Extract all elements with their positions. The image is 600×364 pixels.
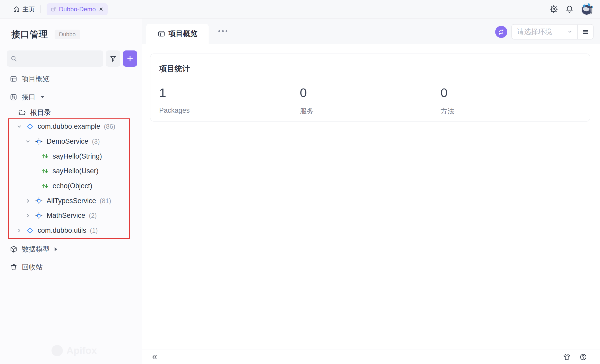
stat-methods: 0 方法: [441, 85, 581, 116]
sidebar-title: 接口管理: [11, 28, 48, 40]
chevron-down-icon[interactable]: [16, 123, 22, 130]
help-button[interactable]: [579, 353, 587, 361]
tree-item-service[interactable]: MathService (2): [9, 208, 129, 223]
tab-strip: 项目概览 请选择环境: [142, 19, 600, 44]
stat-value: 1: [159, 85, 300, 100]
chevron-right-icon[interactable]: [25, 212, 31, 219]
chevron-right-icon[interactable]: [25, 198, 31, 204]
close-icon[interactable]: [98, 6, 104, 12]
service-icon: [35, 197, 43, 205]
menu-icon: [582, 28, 589, 35]
tree-item-label: AllTypesService: [47, 197, 96, 205]
highlight-box: com.dubbo.example (86) DemoService (3) s…: [8, 118, 130, 239]
refresh-icon: [498, 28, 505, 36]
chevron-down-icon[interactable]: [25, 138, 31, 145]
stat-value: 0: [300, 85, 440, 100]
tree-item-label: com.dubbo.utils: [38, 227, 86, 235]
chevron-down-icon: [567, 29, 573, 35]
tree-item-count: (2): [89, 212, 97, 219]
tree-item-label: sayHello(User): [53, 167, 99, 175]
tree-item-label: echo(Object): [53, 182, 92, 190]
sidebar-item-data-models[interactable]: 数据模型: [0, 242, 140, 257]
more-icon: [218, 30, 220, 32]
main-area: 项目概览 请选择环境 项目统计 1: [142, 19, 600, 364]
apifox-watermark: Apifox: [52, 345, 97, 356]
search-box[interactable]: [7, 50, 103, 67]
tree-item-service[interactable]: AllTypesService (81): [9, 193, 129, 208]
package-icon: [26, 123, 34, 131]
environment-menu-button[interactable]: [578, 24, 593, 39]
project-tab-label: Dubbo-Demo: [59, 6, 96, 13]
api-icon: [10, 93, 17, 101]
environment-group: 请选择环境: [511, 24, 594, 39]
service-icon: [35, 137, 43, 146]
stat-value: 0: [441, 85, 581, 100]
sidebar-item-recycle-bin[interactable]: 回收站: [0, 260, 140, 275]
tree-item-package[interactable]: com.dubbo.utils (1): [9, 223, 129, 238]
tree-item-method[interactable]: echo(Object): [9, 179, 129, 194]
help-icon: [579, 353, 587, 361]
home-icon: [13, 6, 20, 13]
stat-packages: 1 Packages: [159, 85, 300, 116]
tree-item-service[interactable]: DemoService (3): [9, 134, 129, 149]
caret-right-icon[interactable]: [55, 247, 57, 251]
environment-select[interactable]: 请选择环境: [512, 24, 577, 39]
tree-item-label: sayHello(String): [53, 152, 102, 160]
sidebar-item-root-folder[interactable]: 根目录: [0, 105, 140, 120]
overview-icon: [10, 75, 17, 83]
tree-item-count: (3): [92, 138, 100, 145]
method-icon: [41, 152, 49, 160]
search-icon: [10, 55, 17, 62]
sidebar-item-overview[interactable]: 项目概览: [0, 71, 140, 86]
avatar-image: [581, 3, 593, 15]
avatar[interactable]: [581, 3, 593, 15]
package-icon: [26, 227, 34, 235]
tree-item-label: com.dubbo.example: [38, 123, 100, 131]
theme-button[interactable]: [563, 353, 571, 361]
sidebar-item-label: 数据模型: [22, 245, 50, 254]
trash-icon: [10, 263, 18, 271]
stat-services: 0 服务: [300, 85, 440, 116]
folder-icon: [18, 109, 26, 116]
filter-icon: [109, 55, 117, 62]
protocol-badge: Dubbo: [55, 30, 80, 39]
sidebar-item-label: 接口: [22, 92, 36, 102]
project-tab[interactable]: Dubbo-Demo: [47, 3, 108, 15]
footer-bar: [142, 350, 600, 364]
caret-down-icon[interactable]: [40, 96, 45, 98]
sidebar-item-label: 回收站: [22, 263, 43, 272]
sidebar-item-label: 根目录: [30, 108, 51, 117]
stat-label: 服务: [300, 107, 440, 116]
tree-item-package[interactable]: com.dubbo.example (86): [9, 119, 129, 134]
search-input[interactable]: [20, 55, 100, 62]
home-button[interactable]: 主页: [13, 5, 35, 13]
tree-item-method[interactable]: sayHello(String): [9, 149, 129, 164]
tree-item-count: (81): [100, 197, 111, 205]
tree-item-label: MathService: [47, 212, 85, 220]
top-bar: 主页 Dubbo-Demo: [0, 0, 600, 19]
notifications-button[interactable]: [565, 5, 574, 13]
topbar-divider: [40, 5, 41, 13]
tab-project-overview[interactable]: 项目概览: [146, 24, 209, 44]
tshirt-icon: [563, 353, 571, 361]
tree-item-label: DemoService: [47, 137, 88, 145]
more-tabs-button[interactable]: [216, 28, 230, 35]
refresh-button[interactable]: [495, 26, 507, 38]
settings-button[interactable]: [550, 5, 558, 13]
add-button[interactable]: [123, 50, 137, 67]
tab-label: 项目概览: [169, 29, 198, 39]
environment-placeholder: 请选择环境: [517, 27, 552, 36]
collapse-sidebar-button[interactable]: [151, 353, 158, 361]
add-icon: [126, 54, 134, 63]
method-icon: [41, 167, 49, 175]
method-icon: [41, 182, 49, 190]
tree-item-method[interactable]: sayHello(User): [9, 164, 129, 179]
sidebar-item-label: 项目概览: [22, 74, 49, 83]
chevron-right-icon[interactable]: [16, 227, 22, 234]
filter-button[interactable]: [106, 50, 120, 67]
sidebar-item-api[interactable]: 接口: [0, 90, 140, 105]
stat-label: 方法: [441, 107, 581, 116]
card-title: 项目统计: [159, 64, 581, 74]
cube-icon: [10, 245, 18, 253]
notifications-icon: [565, 5, 574, 13]
